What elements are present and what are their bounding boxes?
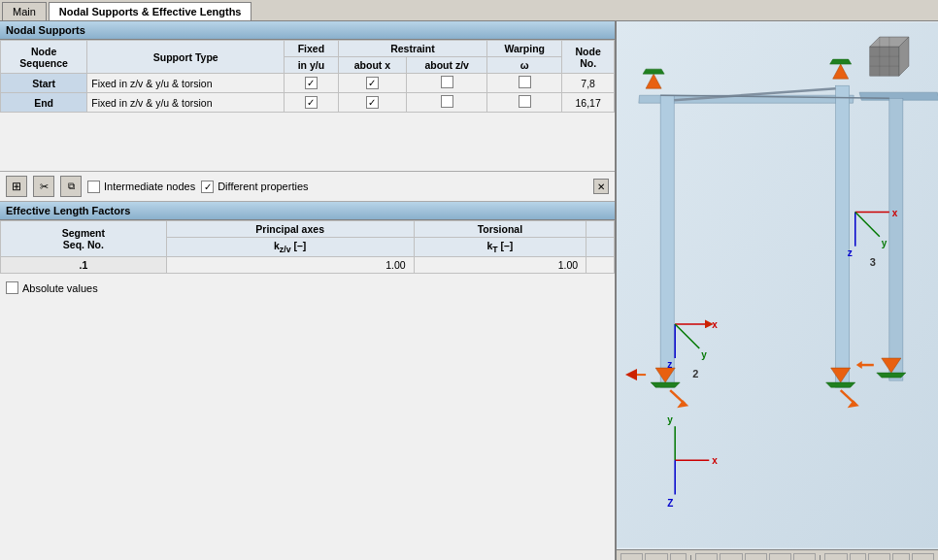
bt-btn-rotate[interactable]: ⟲	[824, 553, 847, 560]
svg-rect-14	[889, 98, 903, 380]
cell-seg-seq: .1	[1, 257, 167, 274]
cell-start-seq: Start	[1, 74, 87, 93]
bt-btn-axis-z2[interactable]: ↕Z	[793, 553, 816, 560]
col-kt-sub: kT [–]	[414, 238, 586, 257]
col-empty2	[586, 238, 615, 257]
col-seg-seq: SegmentSeq. No.	[1, 221, 167, 257]
checkbox-intermediate[interactable]	[87, 181, 100, 193]
orientation-cube	[870, 37, 909, 76]
intermediate-nodes-label: Intermediate nodes	[87, 181, 195, 193]
separator2	[820, 555, 821, 560]
checkbox-end-fixed[interactable]	[305, 96, 318, 109]
checkbox-start-warping[interactable]	[519, 76, 531, 88]
table-row: End Fixed in z/v & y/u & torsion 16,17	[1, 93, 615, 113]
svg-rect-12	[660, 95, 674, 387]
nodal-supports-table-wrapper: NodeSequence Support Type Fixed Restrain…	[0, 40, 615, 113]
cell-end-nodeno: 16,17	[562, 93, 615, 113]
svg-text:3: 3	[870, 256, 876, 268]
nodal-supports-table: NodeSequence Support Type Fixed Restrain…	[0, 40, 615, 113]
svg-text:z: z	[667, 359, 672, 370]
tab-main[interactable]: Main	[2, 2, 47, 20]
checkbox-start-aboutzv[interactable]	[441, 76, 453, 88]
bottom-toolbar: ⊞ 📷 ▾ 🔲 ↕x ↔y ↕z	[617, 549, 938, 560]
col-about-x: about x	[338, 57, 407, 74]
toolbar-btn-copy[interactable]: ⧉	[60, 176, 82, 197]
cell-end-seq: End	[1, 93, 87, 113]
svg-marker-26	[877, 373, 906, 378]
col-node-no: NodeNo.	[562, 41, 615, 74]
main-content: Nodal Supports NodeSequence Support Type…	[0, 20, 938, 560]
col-warping-sub: ω	[487, 57, 562, 74]
checkbox-start-fixed[interactable]	[305, 77, 318, 89]
abs-values-row: Absolute values	[0, 274, 615, 302]
cell-end-aboutx[interactable]	[338, 93, 407, 113]
tab-bar: Main Nodal Supports & Effective Lengths	[0, 0, 938, 20]
eff-table-wrapper: SegmentSeq. No. Principal axes Torsional…	[0, 220, 615, 274]
cell-end-aboutzv[interactable]	[407, 93, 487, 113]
cell-start-nodeno: 7,8	[562, 74, 615, 93]
cell-start-warping[interactable]	[487, 74, 562, 93]
cell-start-aboutx[interactable]	[338, 74, 407, 93]
bt-btn-axis-x[interactable]: ↕x	[720, 553, 742, 560]
toolbar-btn-add[interactable]: ⊞	[6, 176, 27, 197]
bt-btn-pan-arrow[interactable]: ▾	[892, 553, 909, 560]
svg-text:z: z	[848, 247, 853, 258]
bt-btn-axis-z1[interactable]: ↕z	[769, 553, 791, 560]
empty-area	[0, 113, 615, 171]
checkbox-end-warping[interactable]	[519, 95, 531, 108]
bt-btn-close[interactable]: ✕	[912, 553, 934, 560]
col-kzv-sub: kz/v [–]	[166, 238, 414, 257]
col-restraint-header: Restraint	[338, 41, 487, 57]
col-principal-axes: Principal axes	[166, 221, 414, 238]
cell-start-fixed[interactable]	[285, 74, 338, 93]
cell-end-fixed[interactable]	[285, 93, 338, 113]
col-about-zv: about z/v	[407, 57, 487, 74]
viewport[interactable]: x z y 2 x z	[617, 21, 938, 549]
app-window: Main Nodal Supports & Effective Lengths …	[0, 0, 938, 560]
svg-text:y: y	[667, 414, 673, 425]
tab-nodal[interactable]: Nodal Supports & Effective Lengths	[49, 2, 252, 20]
bt-btn-rotate-arrow[interactable]: ▾	[850, 553, 866, 560]
col-fixed-header: Fixed	[285, 41, 338, 57]
checkbox-end-aboutzv[interactable]	[441, 95, 453, 108]
checkbox-different[interactable]	[201, 181, 214, 193]
svg-marker-30	[643, 69, 664, 74]
nodal-supports-section: Nodal Supports NodeSequence Support Type…	[0, 21, 615, 172]
toolbar-btn-cut[interactable]: ✂	[33, 176, 54, 197]
toolbar-close-btn[interactable]: ✕	[593, 179, 609, 194]
svg-rect-13	[836, 85, 850, 387]
col-node-seq: NodeSequence	[1, 41, 87, 74]
col-warping-header: Warping	[487, 41, 562, 57]
cell-end-warping[interactable]	[487, 93, 562, 113]
cell-end-type: Fixed in z/v & y/u & torsion	[87, 93, 285, 113]
bt-btn-cam-arrow[interactable]: ▾	[670, 553, 687, 560]
col-support-type-header: Support Type	[87, 41, 285, 74]
bt-btn-camera[interactable]: 📷	[645, 553, 667, 560]
table-row: Start Fixed in z/v & y/u & torsion 7,8	[1, 74, 615, 93]
right-panel: x z y 2 x z	[617, 21, 938, 560]
bt-btn-frame[interactable]: 🔲	[695, 553, 718, 560]
cell-start-type: Fixed in z/v & y/u & torsion	[87, 74, 285, 93]
cell-empty	[586, 257, 615, 274]
checkbox-end-aboutx[interactable]	[366, 96, 379, 109]
col-torsional: Torsional	[414, 221, 586, 238]
bt-btn-home[interactable]: ⊞	[620, 553, 643, 560]
svg-text:x: x	[712, 319, 718, 330]
scene-svg: x z y 2 x z	[617, 21, 938, 549]
svg-marker-17	[651, 382, 680, 387]
col-empty	[586, 221, 615, 238]
eff-table: SegmentSeq. No. Principal axes Torsional…	[0, 220, 615, 274]
bt-btn-pan[interactable]: →	[868, 553, 890, 560]
checkbox-abs-values[interactable]	[6, 281, 18, 294]
cell-kzv: 1.00	[166, 257, 414, 274]
svg-text:2: 2	[692, 368, 698, 379]
toolbar: ⊞ ✂ ⧉ Intermediate nodes Different prope…	[0, 172, 615, 202]
nodal-supports-header: Nodal Supports	[0, 21, 615, 40]
checkbox-start-aboutx[interactable]	[366, 77, 379, 89]
cell-start-aboutzv[interactable]	[407, 74, 487, 93]
separator	[690, 555, 691, 560]
table-row: .1 1.00 1.00	[1, 257, 615, 274]
bt-btn-axis-y[interactable]: ↔y	[745, 553, 767, 560]
svg-marker-32	[830, 59, 852, 64]
svg-rect-1	[870, 47, 899, 76]
